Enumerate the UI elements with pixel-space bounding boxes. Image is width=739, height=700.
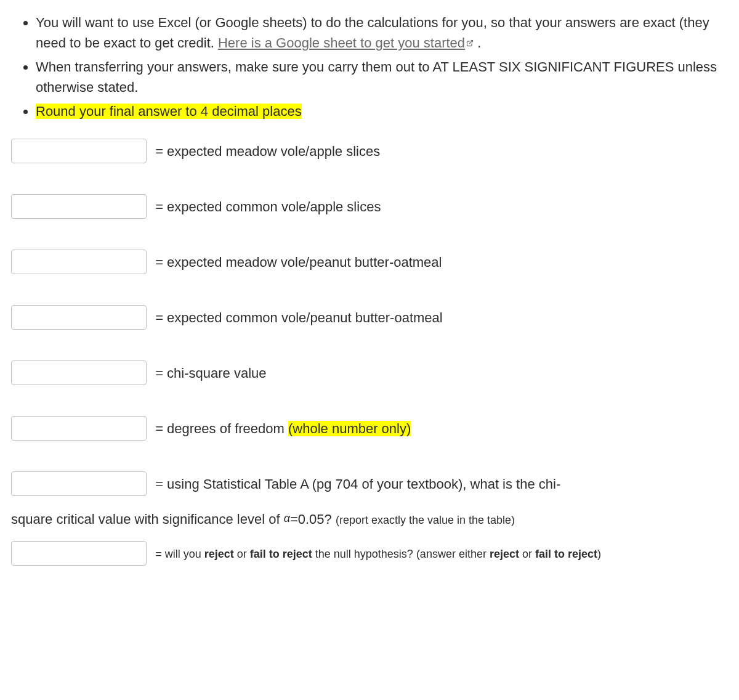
question-label: = chi-square value — [155, 365, 266, 381]
question-label: = expected meadow vole/peanut butter-oat… — [155, 254, 442, 270]
degrees-of-freedom-input[interactable] — [11, 416, 147, 441]
question-row-5: = chi-square value — [11, 360, 728, 386]
question-label: = expected meadow vole/apple slices — [155, 144, 380, 159]
reject-decision-input[interactable] — [11, 541, 147, 566]
expected-meadow-peanut-input[interactable] — [11, 250, 147, 274]
highlighted-rounding-note: Round your final answer to 4 decimal pla… — [36, 104, 302, 119]
instruction-bullet-2: When transferring your answers, make sur… — [36, 57, 728, 97]
question-label: = expected common vole/apple slices — [155, 199, 381, 214]
question-label: = using Statistical Table A (pg 704 of y… — [155, 476, 560, 492]
question-row-2: = expected common vole/apple slices — [11, 194, 728, 220]
expected-common-peanut-input[interactable] — [11, 305, 147, 330]
expected-meadow-apple-input[interactable] — [11, 139, 147, 163]
question-row-3: = expected meadow vole/peanut butter-oat… — [11, 250, 728, 275]
instruction-bullet-3: Round your final answer to 4 decimal pla… — [36, 101, 728, 121]
external-link-icon — [466, 38, 474, 51]
svg-line-0 — [469, 40, 473, 44]
question-label: = will you reject or fail to reject the … — [155, 548, 601, 560]
question-row-8: = will you reject or fail to reject the … — [11, 541, 728, 567]
instruction-text: . — [474, 35, 481, 51]
question-row-1: = expected meadow vole/apple slices — [11, 139, 728, 165]
whole-number-note: (whole number only) — [288, 421, 411, 436]
question-row-6: = degrees of freedom (whole number only) — [11, 416, 728, 442]
question-row-7: = using Statistical Table A (pg 704 of y… — [11, 471, 728, 530]
report-note: (report exactly the value in the table) — [336, 514, 515, 526]
question-label: = expected common vole/peanut butter-oat… — [155, 310, 443, 325]
instruction-bullet-1: You will want to use Excel (or Google sh… — [36, 12, 728, 53]
alpha-symbol: α — [284, 512, 290, 524]
google-sheet-link[interactable]: Here is a Google sheet to get you starte… — [218, 35, 474, 51]
chi-square-value-input[interactable] — [11, 360, 147, 385]
question-label: = degrees of freedom (whole number only) — [155, 421, 411, 436]
instructions-list: You will want to use Excel (or Google sh… — [11, 12, 728, 121]
question-row-4: = expected common vole/peanut butter-oat… — [11, 305, 728, 331]
question-7-continuation: square critical value with significance … — [11, 508, 728, 530]
expected-common-apple-input[interactable] — [11, 194, 147, 219]
chi-square-critical-input[interactable] — [11, 471, 147, 496]
